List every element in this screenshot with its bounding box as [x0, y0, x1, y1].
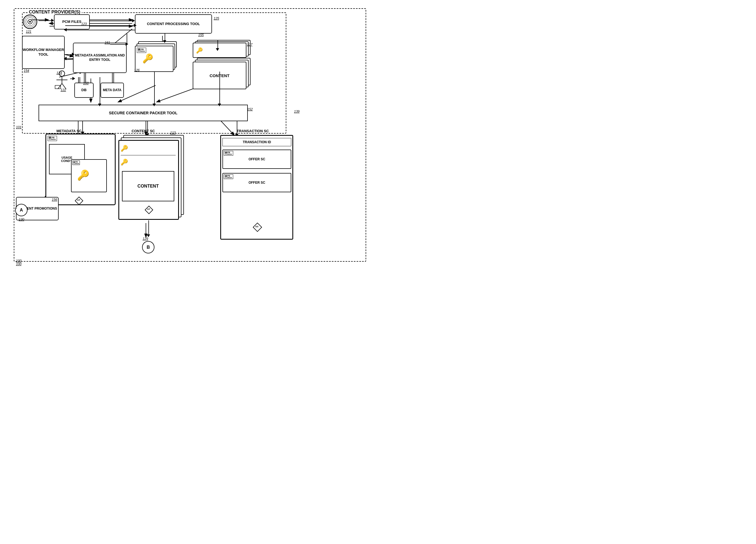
- arrow-packer-meta-sc: [78, 121, 78, 135]
- ref-125: 125: [214, 17, 219, 20]
- content-providers-label: CONTENT PROVIDER(S): [28, 10, 82, 15]
- ref-101: 101: [16, 125, 21, 129]
- arrowhead-meta-wf1: [64, 57, 67, 60]
- arrow-fix: [28, 208, 28, 209]
- conn-a-cp: [21, 209, 21, 209]
- meta-data-box: META DATA: [100, 83, 124, 98]
- arrow-db-meta: [85, 73, 86, 83]
- ref-155: 155: [198, 33, 204, 37]
- arrowhead-cpt-wf-bottom: [64, 28, 67, 31]
- ref-124: 124: [56, 71, 62, 75]
- arrow-meta-db: [84, 73, 85, 83]
- ref-121: 121: [26, 30, 31, 34]
- ref-154: 154: [24, 69, 29, 73]
- arrowhead-pcm-cpt: [132, 19, 135, 22]
- arrow-disc-pcm: [39, 20, 52, 21]
- ref-139: 139: [294, 110, 300, 113]
- disc-icon: [23, 14, 38, 31]
- diagram: CONTENT PROVIDER(S) 101 100 121 PCM FILE…: [0, 0, 378, 272]
- arrow-keys-packer: [154, 72, 155, 105]
- arrow-meta-metadata: [112, 73, 113, 83]
- ref-129: 129: [143, 237, 148, 241]
- arrowhead-to-content: [216, 48, 219, 51]
- arrow-pcm-cpt: [90, 21, 133, 21]
- svg-point-21: [29, 21, 31, 23]
- transaction-sc-label: TRANSACTION SC: [237, 129, 269, 133]
- arrowhead-disc-pcm: [51, 19, 54, 22]
- ref-156: 156: [52, 198, 57, 202]
- ref-123: 123: [81, 22, 87, 26]
- ref-127: 127: [247, 43, 252, 47]
- content-sc-label: CONTENT SC: [132, 129, 155, 133]
- arrowhead-wf-cpt-top: [134, 24, 137, 27]
- ref-122: 122: [61, 88, 66, 92]
- connector-b-circle: B: [142, 241, 154, 253]
- arrow-to-content: [217, 40, 218, 49]
- ref-113: 113: [170, 131, 176, 135]
- arrowhead-cpt-meta: [126, 42, 128, 46]
- arrowhead-wf-meta1: [72, 53, 75, 56]
- arrowhead-cpt-down: [163, 40, 166, 43]
- workflow-manager-tool-box: WORKFLOW MANAGER TOOL: [22, 36, 65, 69]
- metadata-assimilation-box: METADATA ASSIMILATION AND ENTRY TOOL: [73, 43, 127, 73]
- arrowhead-content-packer: [218, 104, 221, 106]
- arrowhead-person-meta: [72, 77, 75, 80]
- ref-130: 130: [19, 217, 24, 221]
- ref-152: 152: [247, 107, 253, 111]
- arrow-wf-cpt-top: [65, 25, 135, 26]
- arrow-cpt-meta-h: [110, 44, 127, 45]
- transaction-sc-container: TRANSACTION ID PB CLRNGH OFFER SC PB CLR…: [220, 135, 293, 239]
- arrow-packer-trans-sc: [237, 121, 237, 135]
- arrowhead-meta-packer: [98, 104, 101, 106]
- arrow-packer-content-sc: [147, 121, 148, 135]
- ref-100-bottom: 100: [16, 262, 21, 266]
- ref-161: 161: [105, 41, 110, 45]
- arrow-meta-packer: [100, 77, 100, 105]
- ref-126: 126: [134, 68, 140, 72]
- content-processing-tool-box: CONTENT PROCESSING TOOL: [135, 14, 212, 34]
- arrow-cpt-wf-bottom: [65, 30, 135, 30]
- arrow-content-sc-b: [148, 220, 149, 235]
- secure-container-packer-box: SECURE CONTAINER PACKER TOOL: [39, 105, 248, 121]
- conn-a: [16, 208, 17, 208]
- arrow-metadata-meta: [113, 73, 114, 83]
- arrowhead-keys-packer: [153, 104, 156, 106]
- arrow-content-packer: [219, 72, 220, 105]
- connector-a-circle: A: [15, 204, 28, 216]
- svg-rect-30: [55, 85, 61, 89]
